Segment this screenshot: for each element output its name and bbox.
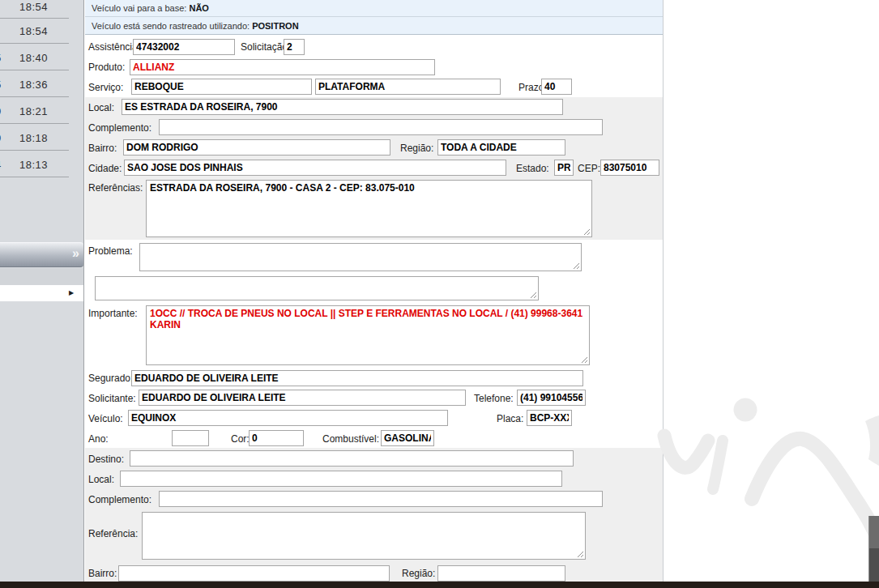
- local-input[interactable]: [122, 99, 563, 115]
- timeline-row[interactable]: 4 18:13: [0, 159, 84, 177]
- regiao-label: Região:: [400, 143, 433, 154]
- solicitante-input[interactable]: [139, 390, 466, 406]
- tracking-status-label: Veículo está sendo rastreado utilizando:: [92, 21, 250, 31]
- context-menu-row[interactable]: ▶: [0, 285, 84, 301]
- clipped-id-fragment: 9: [0, 105, 3, 117]
- observacao-textarea[interactable]: [95, 276, 539, 300]
- background-window-edge: [868, 516, 879, 582]
- servico-input[interactable]: [131, 79, 312, 95]
- timeline-panel: - 18:54 - 18:54 5 18:40 5 18:36 9 18:21 …: [0, 0, 84, 582]
- solicitante-label: Solicitante:: [88, 393, 136, 404]
- placa-label: Placa:: [497, 413, 523, 424]
- clipped-id-fragment: 5: [0, 52, 3, 64]
- row-divider: [0, 43, 69, 44]
- destino-local-input[interactable]: [120, 471, 562, 487]
- collapse-panel-bar[interactable]: »: [0, 242, 83, 267]
- panel-strip: [0, 268, 84, 285]
- row-divider: [0, 123, 69, 124]
- cep-input[interactable]: [600, 160, 659, 176]
- clipped-id-fragment: 5: [0, 79, 3, 91]
- submenu-arrow-icon: ▶: [69, 289, 74, 297]
- cidade-label: Cidade:: [88, 163, 122, 174]
- combustivel-label: Combustível:: [322, 433, 379, 445]
- problema-textarea[interactable]: [139, 243, 582, 271]
- logo-watermark: [656, 340, 879, 588]
- timeline-row[interactable]: - 18:54: [0, 1, 84, 19]
- cep-label: CEP:: [578, 163, 600, 174]
- importante-textarea[interactable]: 1OCC // TROCA DE PNEUS NO LOCAL || STEP …: [146, 305, 590, 365]
- row-divider: [0, 177, 69, 177]
- destino-bairro-label: Bairro:: [88, 568, 117, 579]
- timeline-row[interactable]: 5 18:40: [0, 52, 84, 70]
- problema-label: Problema:: [88, 245, 133, 257]
- row-divider: [0, 96, 69, 97]
- logo-dot: [734, 398, 757, 422]
- double-chevron-right-icon: »: [72, 246, 79, 261]
- destino-regiao-input[interactable]: [437, 565, 565, 582]
- destino-regiao-label: Região:: [402, 568, 435, 579]
- clipped-id-fragment: -: [0, 1, 3, 13]
- row-divider: [0, 150, 69, 151]
- tracking-status-bar: Veículo está sendo rastreado utilizando:…: [85, 17, 663, 35]
- cor-label: Cor:: [231, 433, 250, 445]
- produto-input[interactable]: [130, 59, 435, 75]
- estado-label: Estado:: [516, 163, 549, 174]
- ano-input[interactable]: [172, 430, 209, 446]
- segurado-label: Segurado:: [88, 373, 133, 384]
- timeline-row[interactable]: 9 18:18: [0, 132, 84, 150]
- taskbar-edge: [0, 582, 879, 588]
- servico-tipo-input[interactable]: [315, 79, 501, 95]
- destino-complemento-label: Complemento:: [88, 494, 151, 505]
- base-status-value: NÃO: [189, 3, 208, 13]
- timestamp: 18:21: [19, 105, 48, 117]
- estado-input[interactable]: [554, 160, 574, 176]
- base-status-label: Veículo vai para a base:: [92, 3, 186, 13]
- tracking-status-value: POSITRON: [252, 21, 298, 31]
- timeline-row[interactable]: - 18:54: [0, 25, 84, 43]
- combustivel-input[interactable]: [381, 430, 434, 446]
- segurado-input[interactable]: [131, 370, 583, 386]
- timestamp: 18:13: [19, 159, 48, 171]
- referencias-textarea[interactable]: ESTRADA DA ROSEIRA, 7900 - CASA 2 - CEP:…: [146, 180, 592, 237]
- destino-local-label: Local:: [88, 474, 114, 485]
- destino-bairro-input[interactable]: [118, 565, 390, 582]
- bairro-label: Bairro:: [88, 143, 117, 154]
- clipped-id-fragment: 4: [0, 159, 3, 171]
- solicitacao-input[interactable]: [284, 39, 305, 55]
- telefone-label: Telefone:: [474, 393, 514, 404]
- veiculo-label: Veículo:: [88, 413, 123, 424]
- complemento-input[interactable]: [159, 119, 603, 135]
- veiculo-input[interactable]: [128, 410, 448, 426]
- servico-label: Serviço:: [88, 82, 123, 93]
- row-divider: [0, 70, 69, 70]
- complemento-label: Complemento:: [88, 122, 151, 134]
- telefone-input[interactable]: [517, 390, 586, 406]
- timestamp: 18:54: [19, 25, 48, 37]
- referencias-label: Referências:: [88, 182, 143, 194]
- bairro-input[interactable]: [123, 139, 390, 156]
- clipped-id-fragment: 9: [0, 132, 3, 144]
- importante-label: Importante:: [88, 308, 138, 319]
- destino-label: Destino:: [88, 454, 124, 465]
- timeline-row[interactable]: 5 18:36: [0, 79, 84, 96]
- timestamp: 18:40: [19, 52, 48, 64]
- destino-complemento-input[interactable]: [159, 491, 603, 507]
- base-status-bar: Veículo vai para a base: NÃO: [85, 0, 663, 17]
- placa-input[interactable]: [527, 410, 572, 426]
- row-divider: [0, 18, 69, 19]
- produto-label: Produto:: [88, 62, 125, 73]
- destino-input[interactable]: [130, 450, 574, 467]
- regiao-input[interactable]: [437, 139, 565, 156]
- assistencia-input[interactable]: [133, 39, 235, 55]
- cidade-input[interactable]: [124, 160, 506, 176]
- timeline-row[interactable]: 9 18:21: [0, 105, 84, 123]
- timestamp: 18:36: [19, 79, 48, 91]
- destino-referencia-label: Referência:: [88, 528, 138, 539]
- prazo-input[interactable]: [541, 79, 572, 95]
- cor-input[interactable]: [249, 430, 304, 446]
- local-label: Local:: [88, 102, 114, 113]
- destino-referencia-textarea[interactable]: [142, 512, 586, 560]
- clipped-id-fragment: -: [0, 25, 3, 37]
- timestamp: 18:54: [19, 1, 48, 13]
- ano-label: Ano:: [88, 433, 109, 445]
